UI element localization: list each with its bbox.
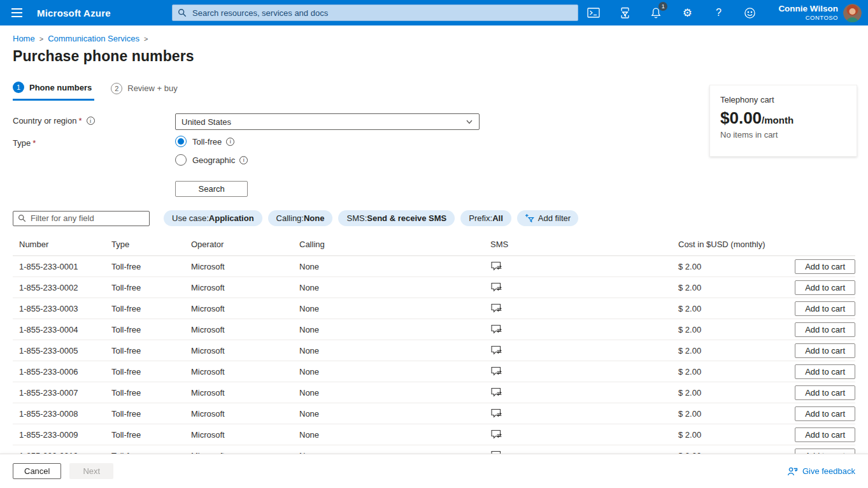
notifications-bell-icon[interactable]: 1 <box>650 6 662 19</box>
info-icon[interactable]: i <box>239 156 248 164</box>
cell-type: Toll-free <box>111 346 191 355</box>
add-to-cart-button[interactable]: Add to cart <box>795 385 855 400</box>
add-filter-button[interactable]: Add filter <box>517 210 578 226</box>
search-icon <box>178 8 187 17</box>
cell-number: 1-855-233-0002 <box>19 283 111 292</box>
breadcrumb-communication-services[interactable]: Communication Services <box>48 34 139 43</box>
cell-calling: None <box>299 283 490 292</box>
breadcrumb: Home > Communication Services > <box>0 25 868 43</box>
col-header-operator: Operator <box>191 240 299 249</box>
type-label: Type* <box>13 136 175 148</box>
account-menu[interactable]: Connie Wilson CONTOSO <box>778 4 862 22</box>
give-feedback-icon <box>787 466 798 477</box>
help-icon[interactable]: ? <box>712 6 725 19</box>
add-to-cart-button[interactable]: Add to cart <box>795 259 855 274</box>
col-header-cost: Cost in $USD (monthly) <box>678 240 795 249</box>
directory-filter-icon[interactable] <box>618 6 631 19</box>
cell-number: 1-855-233-0006 <box>19 367 111 377</box>
cell-type: Toll-free <box>111 325 191 334</box>
table-header-row: Number Type Operator Calling SMS Cost in… <box>13 235 855 256</box>
filter-field[interactable] <box>13 211 150 226</box>
radio-toll-free[interactable]: Toll-free i <box>175 136 248 147</box>
hamburger-menu-icon[interactable] <box>0 0 33 25</box>
table-row: 1-855-233-0007Toll-freeMicrosoftNone$ 2.… <box>13 382 855 403</box>
breadcrumb-home[interactable]: Home <box>13 34 35 43</box>
cell-type: Toll-free <box>111 430 191 440</box>
add-to-cart-button[interactable]: Add to cart <box>795 280 855 295</box>
step-review-buy[interactable]: 2 Review + buy <box>111 82 180 101</box>
settings-gear-icon[interactable]: ⚙ <box>681 6 694 19</box>
add-to-cart-button[interactable]: Add to cart <box>795 343 855 358</box>
search-button[interactable]: Search <box>175 181 248 197</box>
cloud-shell-icon[interactable] <box>587 6 600 19</box>
cell-number: 1-855-233-0008 <box>19 409 111 419</box>
next-button[interactable]: Next <box>69 463 113 479</box>
table-row: 1-855-233-0003Toll-freeMicrosoftNone$ 2.… <box>13 298 855 319</box>
avatar[interactable] <box>843 4 862 22</box>
cell-operator: Microsoft <box>191 304 299 313</box>
product-title[interactable]: Microsoft Azure <box>37 8 111 18</box>
info-icon[interactable]: i <box>87 117 95 125</box>
azure-top-bar: Microsoft Azure 1 ⚙ ? Connie Wilson CONT… <box>0 0 868 25</box>
add-to-cart-button[interactable]: Add to cart <box>795 406 855 421</box>
cell-sms <box>490 261 678 272</box>
info-icon[interactable]: i <box>226 138 234 146</box>
cell-operator: Microsoft <box>191 325 299 334</box>
cancel-button[interactable]: Cancel <box>13 463 61 479</box>
topbar-actions: 1 ⚙ ? Connie Wilson CONTOSO <box>587 4 868 22</box>
radio-unselected-icon[interactable] <box>175 154 187 166</box>
cell-number: 1-855-233-0004 <box>19 325 111 334</box>
cart-period: /month <box>762 115 793 126</box>
filter-pill-sms[interactable]: SMS : Send & receive SMS <box>338 210 455 226</box>
filter-pill-use-case[interactable]: Use case : Application <box>164 210 262 226</box>
filter-pill-prefix[interactable]: Prefix : All <box>460 210 511 226</box>
cell-cost: $ 2.00 <box>678 430 795 440</box>
add-to-cart-button[interactable]: Add to cart <box>795 427 855 442</box>
chevron-right-icon: > <box>39 35 43 43</box>
global-search[interactable] <box>172 4 578 21</box>
cart-title: Telephony cart <box>720 95 846 104</box>
notification-badge: 1 <box>658 2 667 11</box>
table-row: 1-855-233-0009Toll-freeMicrosoftNone$ 2.… <box>13 424 855 445</box>
filter-bar: Use case : Application Calling : None SM… <box>13 210 868 226</box>
cell-sms <box>490 345 678 356</box>
cell-cost: $ 2.00 <box>678 346 795 355</box>
user-name: Connie Wilson <box>778 4 838 14</box>
give-feedback-link[interactable]: Give feedback <box>787 466 855 477</box>
filter-pill-calling[interactable]: Calling : None <box>268 210 333 226</box>
sms-send-receive-icon <box>490 429 503 440</box>
table-row: 1-855-233-0002Toll-freeMicrosoftNone$ 2.… <box>13 277 855 298</box>
add-filter-icon <box>525 213 534 223</box>
step-phone-numbers[interactable]: 1 Phone numbers <box>13 82 94 101</box>
sms-send-receive-icon <box>490 324 503 335</box>
step-number-badge: 1 <box>13 82 24 93</box>
cell-cost: $ 2.00 <box>678 409 795 419</box>
cell-sms <box>490 324 678 335</box>
add-to-cart-button[interactable]: Add to cart <box>795 364 855 379</box>
cell-sms <box>490 429 678 440</box>
footer-bar: Cancel Next Give feedback <box>0 454 868 488</box>
cell-cost: $ 2.00 <box>678 388 795 398</box>
cell-sms <box>490 282 678 293</box>
cell-operator: Microsoft <box>191 283 299 292</box>
cell-operator: Microsoft <box>191 388 299 398</box>
radio-geographic[interactable]: Geographic i <box>175 154 248 166</box>
table-row: 1-855-233-0008Toll-freeMicrosoftNone$ 2.… <box>13 403 855 424</box>
radio-selected-icon[interactable] <box>175 136 187 147</box>
add-to-cart-button[interactable]: Add to cart <box>795 322 855 337</box>
country-dropdown[interactable]: United States <box>175 113 480 130</box>
sms-send-receive-icon <box>490 366 503 377</box>
cell-sms <box>490 387 678 398</box>
cell-cost: $ 2.00 <box>678 283 795 292</box>
cell-type: Toll-free <box>111 409 191 419</box>
filter-input[interactable] <box>29 213 145 224</box>
type-radio-group: Toll-free i Geographic i Search <box>175 136 248 197</box>
global-search-input[interactable] <box>191 8 573 18</box>
cell-number: 1-855-233-0007 <box>19 388 111 398</box>
page-title: Purchase phone numbers <box>13 48 868 65</box>
sms-send-receive-icon <box>490 345 503 356</box>
feedback-smiley-icon[interactable] <box>743 6 756 19</box>
table-body: 1-855-233-0001Toll-freeMicrosoftNone$ 2.… <box>13 256 855 466</box>
add-to-cart-button[interactable]: Add to cart <box>795 301 855 316</box>
cell-operator: Microsoft <box>191 367 299 377</box>
